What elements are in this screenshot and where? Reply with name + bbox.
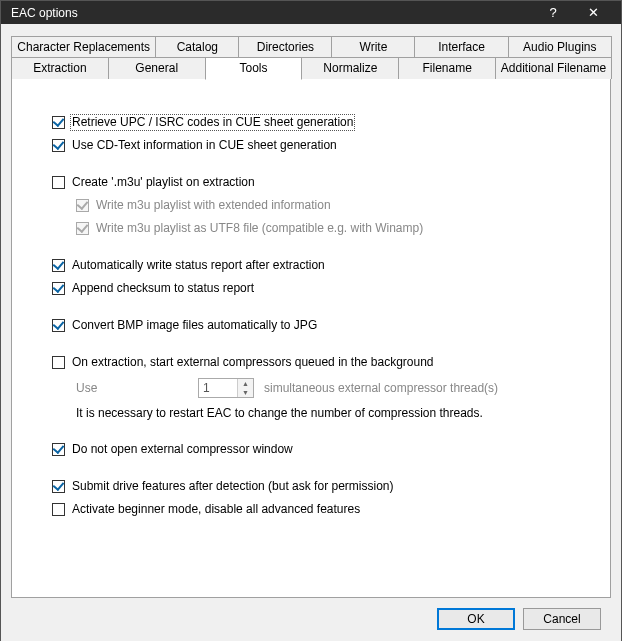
window-title: EAC options bbox=[11, 6, 533, 20]
tab-character-replacements[interactable]: Character Replacements bbox=[11, 36, 156, 57]
tab-interface[interactable]: Interface bbox=[414, 36, 508, 57]
option-beginner-mode: Activate beginner mode, disable all adva… bbox=[52, 502, 580, 517]
threads-spinbox[interactable]: ▲ ▼ bbox=[198, 378, 254, 398]
checkbox-retrieve-upc[interactable] bbox=[52, 116, 65, 129]
titlebar: EAC options ? ✕ bbox=[1, 1, 621, 24]
threads-row: Use ▲ ▼ simultaneous external compressor… bbox=[76, 378, 580, 398]
label-use-cdtext: Use CD-Text information in CUE sheet gen… bbox=[72, 138, 337, 153]
checkbox-submit-drive[interactable] bbox=[52, 480, 65, 493]
threads-arrows: ▲ ▼ bbox=[237, 379, 253, 397]
tab-directories[interactable]: Directories bbox=[238, 36, 332, 57]
checkbox-ext-queue[interactable] bbox=[52, 356, 65, 369]
tab-strip: Character Replacements Catalog Directori… bbox=[11, 36, 611, 598]
label-submit-drive: Submit drive features after detection (b… bbox=[72, 479, 393, 494]
tab-catalog[interactable]: Catalog bbox=[155, 36, 239, 57]
dialog-footer: OK Cancel bbox=[11, 598, 611, 640]
option-auto-status: Automatically write status report after … bbox=[52, 258, 580, 273]
option-ext-queue: On extraction, start external compressor… bbox=[52, 355, 580, 370]
option-append-checksum: Append checksum to status report bbox=[52, 281, 580, 296]
tab-panel-tools: Retrieve UPC / ISRC codes in CUE sheet g… bbox=[11, 78, 611, 598]
close-button[interactable]: ✕ bbox=[573, 1, 613, 24]
ok-button[interactable]: OK bbox=[437, 608, 515, 630]
threads-input[interactable] bbox=[199, 379, 237, 397]
option-convert-bmp: Convert BMP image files automatically to… bbox=[52, 318, 580, 333]
option-retrieve-upc: Retrieve UPC / ISRC codes in CUE sheet g… bbox=[52, 115, 580, 130]
checkbox-append-checksum[interactable] bbox=[52, 282, 65, 295]
tab-audio-plugins[interactable]: Audio Plugins bbox=[508, 36, 612, 57]
tab-normalize[interactable]: Normalize bbox=[301, 57, 399, 79]
cancel-button[interactable]: Cancel bbox=[523, 608, 601, 630]
checkbox-auto-status[interactable] bbox=[52, 259, 65, 272]
option-no-ext-window: Do not open external compressor window bbox=[52, 442, 580, 457]
label-append-checksum: Append checksum to status report bbox=[72, 281, 254, 296]
help-button[interactable]: ? bbox=[533, 1, 573, 24]
option-submit-drive: Submit drive features after detection (b… bbox=[52, 479, 580, 494]
tab-tools[interactable]: Tools bbox=[205, 57, 303, 80]
label-create-m3u: Create '.m3u' playlist on extraction bbox=[72, 175, 255, 190]
label-beginner-mode: Activate beginner mode, disable all adva… bbox=[72, 502, 360, 517]
label-retrieve-upc: Retrieve UPC / ISRC codes in CUE sheet g… bbox=[70, 114, 355, 131]
client-area: Character Replacements Catalog Directori… bbox=[1, 24, 621, 641]
option-create-m3u: Create '.m3u' playlist on extraction bbox=[52, 175, 580, 190]
tab-extraction[interactable]: Extraction bbox=[11, 57, 109, 79]
label-no-ext-window: Do not open external compressor window bbox=[72, 442, 293, 457]
checkbox-beginner-mode[interactable] bbox=[52, 503, 65, 516]
threads-down-icon[interactable]: ▼ bbox=[238, 388, 253, 397]
threads-up-icon[interactable]: ▲ bbox=[238, 379, 253, 388]
restart-note: It is necessary to restart EAC to change… bbox=[76, 406, 580, 420]
checkbox-m3u-extended bbox=[76, 199, 89, 212]
option-m3u-extended: Write m3u playlist with extended informa… bbox=[76, 198, 580, 213]
checkbox-convert-bmp[interactable] bbox=[52, 319, 65, 332]
dialog-window: EAC options ? ✕ Character Replacements C… bbox=[0, 0, 622, 641]
checkbox-m3u-utf8 bbox=[76, 222, 89, 235]
label-ext-queue: On extraction, start external compressor… bbox=[72, 355, 434, 370]
tab-additional-filename[interactable]: Additional Filename bbox=[495, 57, 612, 79]
label-m3u-utf8: Write m3u playlist as UTF8 file (compati… bbox=[96, 221, 423, 236]
checkbox-use-cdtext[interactable] bbox=[52, 139, 65, 152]
option-m3u-utf8: Write m3u playlist as UTF8 file (compati… bbox=[76, 221, 580, 236]
label-convert-bmp: Convert BMP image files automatically to… bbox=[72, 318, 317, 333]
checkbox-no-ext-window[interactable] bbox=[52, 443, 65, 456]
option-use-cdtext: Use CD-Text information in CUE sheet gen… bbox=[52, 138, 580, 153]
tab-general[interactable]: General bbox=[108, 57, 206, 79]
tab-filename[interactable]: Filename bbox=[398, 57, 496, 79]
checkbox-create-m3u[interactable] bbox=[52, 176, 65, 189]
label-m3u-extended: Write m3u playlist with extended informa… bbox=[96, 198, 331, 213]
threads-post-label: simultaneous external compressor thread(… bbox=[264, 381, 498, 395]
label-auto-status: Automatically write status report after … bbox=[72, 258, 325, 273]
tab-write[interactable]: Write bbox=[331, 36, 415, 57]
threads-pre-label: Use bbox=[76, 381, 198, 395]
